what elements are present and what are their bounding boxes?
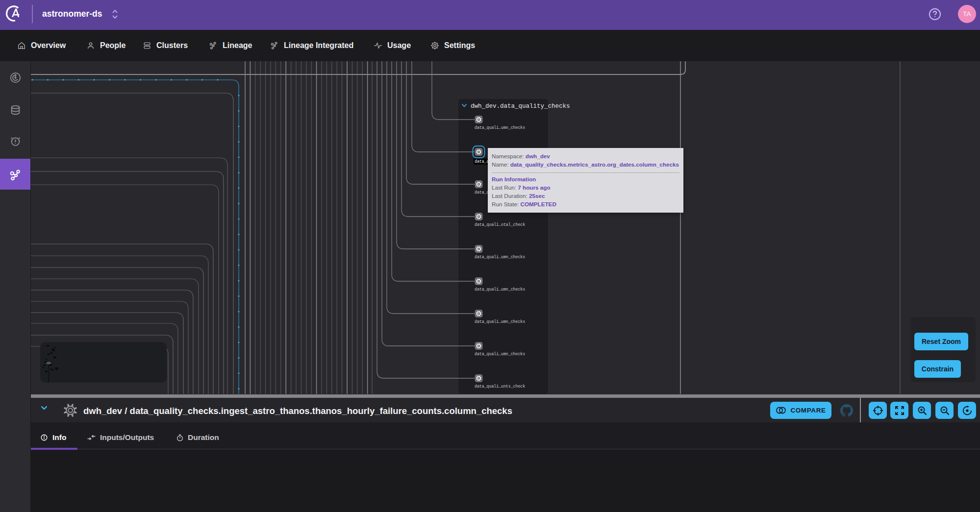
svg-text:dwh_dev.data_quality_checks: dwh_dev.data_quality_checks: [471, 103, 570, 110]
svg-text:data_quali…umn_checks: data_quali…umn_checks: [475, 255, 525, 259]
svg-text:data_quali…unts_check: data_quali…unts_check: [475, 384, 525, 389]
svg-text:data_quali…umn_checks: data_quali…umn_checks: [475, 287, 525, 292]
svg-text:data_quali…umn_checks: data_quali…umn_checks: [475, 125, 525, 130]
svg-text:data_quali…otal_check: data_quali…otal_check: [475, 222, 525, 227]
svg-text:data_quali…umn_checks: data_quali…umn_checks: [475, 319, 525, 324]
svg-text:data_quali…umn_checks: data_quali…umn_checks: [475, 352, 525, 356]
